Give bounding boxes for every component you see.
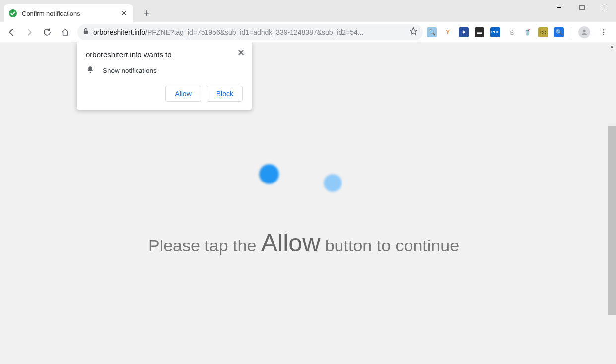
close-popup-icon[interactable]: ✕ <box>235 46 247 59</box>
check-icon <box>9 9 17 17</box>
svg-point-7 <box>603 31 605 33</box>
notification-origin-text: orboreshitert.info wants to <box>86 50 243 59</box>
bucket-ext-icon[interactable]: 🥤 <box>522 27 532 37</box>
notification-actions: Allow Block <box>86 86 243 102</box>
blue-ext-icon[interactable]: ✦ <box>459 27 469 37</box>
extensions-area: 🔍Y✦▬PDF⎘🥤cc🔍 <box>427 24 613 40</box>
display-ext-icon[interactable]: ▬ <box>475 27 484 37</box>
loader-dot <box>324 174 342 192</box>
close-tab-icon[interactable]: ✕ <box>120 9 128 18</box>
back-button[interactable] <box>3 24 20 40</box>
browser-toolbar: orboreshitert.info /PFZNE?tag_id=751956&… <box>0 22 616 42</box>
text-emphasis: Allow <box>261 229 320 257</box>
scroll-thumb[interactable] <box>608 126 616 315</box>
close-window-button[interactable] <box>593 0 616 15</box>
text-after: button to continue <box>320 236 459 255</box>
svg-rect-1 <box>580 5 584 10</box>
tab-title: Confirm notifications <box>22 10 80 17</box>
copy-ext-icon[interactable]: ⎘ <box>506 27 516 37</box>
notification-permission-text: Show notifications <box>103 67 157 74</box>
loading-animation <box>254 149 353 209</box>
separator <box>571 27 571 37</box>
cc-ext-icon[interactable]: cc <box>538 27 548 37</box>
loader-dot <box>259 164 279 184</box>
text-before: Please tap the <box>148 236 261 255</box>
reload-button[interactable] <box>39 24 56 40</box>
page-viewport: ✕ orboreshitert.info wants to Show notif… <box>0 42 616 364</box>
lock-icon <box>82 28 89 36</box>
new-tab-button[interactable]: + <box>140 6 154 20</box>
address-bar[interactable]: orboreshitert.info /PFZNE?tag_id=751956&… <box>77 24 423 40</box>
svg-point-6 <box>603 29 605 31</box>
search-ext-icon[interactable]: 🔍 <box>427 27 437 37</box>
profile-avatar-icon[interactable] <box>578 26 590 38</box>
home-button[interactable] <box>57 24 73 40</box>
chrome-menu-icon[interactable] <box>596 24 611 40</box>
browser-tab[interactable]: Confirm notifications ✕ <box>4 4 133 22</box>
zoom-ext-icon[interactable]: 🔍 <box>554 27 564 37</box>
svg-point-5 <box>583 29 585 32</box>
pdf-ext-icon[interactable]: PDF <box>490 27 500 37</box>
hn-ext-icon[interactable]: Y <box>443 27 453 37</box>
block-button[interactable]: Block <box>207 86 243 102</box>
url-path: /PFZNE?tag_id=751956&sub_id1=adhdk_339-1… <box>145 28 405 36</box>
notification-permission-popup: ✕ orboreshitert.info wants to Show notif… <box>77 42 252 110</box>
forward-button[interactable] <box>21 24 38 40</box>
bell-icon <box>86 65 95 76</box>
url-host: orboreshitert.info <box>93 28 145 36</box>
page-instruction-text: Please tap the Allow button to continue <box>148 229 459 257</box>
svg-rect-4 <box>84 31 88 34</box>
svg-point-8 <box>603 34 605 35</box>
scroll-up-arrow-icon[interactable]: ▲ <box>608 42 616 51</box>
titlebar: Confirm notifications ✕ + <box>0 0 616 22</box>
window-controls <box>548 0 616 15</box>
minimize-button[interactable] <box>548 0 570 15</box>
notification-permission-row: Show notifications <box>86 65 243 76</box>
bookmark-star-icon[interactable] <box>409 27 418 37</box>
maximize-button[interactable] <box>570 0 593 15</box>
allow-button[interactable]: Allow <box>165 86 201 102</box>
vertical-scrollbar[interactable]: ▲ <box>608 42 616 364</box>
